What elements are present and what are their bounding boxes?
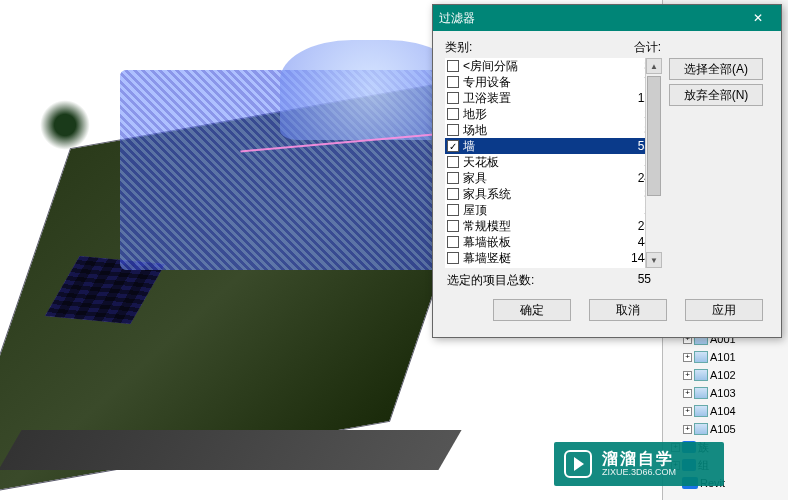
category-row[interactable]: 卫浴装置12 <box>445 90 661 106</box>
checkbox[interactable] <box>447 108 459 120</box>
expander-icon[interactable]: + <box>683 353 692 362</box>
checkbox[interactable] <box>447 60 459 72</box>
category-label: 幕墙网格 <box>463 266 623 269</box>
checkbox[interactable] <box>447 188 459 200</box>
sheet-label: A102 <box>710 369 736 381</box>
sheet-icon <box>694 369 708 381</box>
select-all-button[interactable]: 选择全部(A) <box>669 58 763 80</box>
checkbox[interactable] <box>447 156 459 168</box>
category-row[interactable]: 幕墙网格32 <box>445 266 661 268</box>
apply-button[interactable]: 应用 <box>685 299 763 321</box>
sheet-icon <box>694 405 708 417</box>
category-row[interactable]: 屋顶2 <box>445 202 661 218</box>
sheet-icon <box>694 387 708 399</box>
category-label: <房间分隔 <box>463 58 623 75</box>
category-row[interactable]: 常规模型25 <box>445 218 661 234</box>
category-row[interactable]: 幕墙嵌板44 <box>445 234 661 250</box>
category-label: 屋顶 <box>463 202 623 219</box>
ok-button[interactable]: 确定 <box>493 299 571 321</box>
close-icon: ✕ <box>753 11 763 25</box>
checkbox[interactable] <box>447 204 459 216</box>
category-label: 幕墙竖梃 <box>463 250 623 267</box>
expander-icon[interactable]: + <box>683 425 692 434</box>
sheet-icon <box>694 423 708 435</box>
checkbox[interactable] <box>447 92 459 104</box>
expander-icon[interactable]: + <box>683 407 692 416</box>
header-category: 类别: <box>445 39 472 56</box>
category-row[interactable]: 场地3 <box>445 122 661 138</box>
total-label: 选定的项目总数: <box>447 272 534 289</box>
category-row[interactable]: 地形2 <box>445 106 661 122</box>
category-row[interactable]: 专用设备7 <box>445 74 661 90</box>
checkbox[interactable]: ✓ <box>447 140 459 152</box>
expander-icon[interactable]: + <box>683 389 692 398</box>
header-total: 合计: <box>634 39 661 56</box>
category-label: 专用设备 <box>463 74 623 91</box>
scroll-up-icon[interactable]: ▲ <box>646 58 662 74</box>
category-list[interactable]: <房间分隔3专用设备7卫浴装置12地形2场地3✓墙55天花板2家具24家具系统3… <box>445 58 661 268</box>
category-row[interactable]: 家具24 <box>445 170 661 186</box>
checkbox[interactable] <box>447 220 459 232</box>
tree-row-sheet[interactable]: +A101 <box>665 348 786 366</box>
tree-icon <box>40 100 90 150</box>
sheet-icon <box>694 351 708 363</box>
dialog-titlebar[interactable]: 过滤器 ✕ <box>433 5 781 31</box>
checkbox[interactable] <box>447 236 459 248</box>
scroll-down-icon[interactable]: ▼ <box>646 252 662 268</box>
category-row[interactable]: 家具系统3 <box>445 186 661 202</box>
category-label: 常规模型 <box>463 218 623 235</box>
category-label: 墙 <box>463 138 623 155</box>
category-label: 卫浴装置 <box>463 90 623 107</box>
terrain-side <box>0 430 462 470</box>
category-label: 场地 <box>463 122 623 139</box>
watermark-title: 溜溜自学 <box>602 450 676 468</box>
expander-icon[interactable]: + <box>683 371 692 380</box>
tree-row-sheet[interactable]: +A104 <box>665 402 786 420</box>
checkbox[interactable] <box>447 172 459 184</box>
scroll-thumb[interactable] <box>647 76 661 196</box>
checkbox[interactable] <box>447 124 459 136</box>
category-row[interactable]: 天花板2 <box>445 154 661 170</box>
watermark: 溜溜自学 ZIXUE.3D66.COM <box>554 442 724 486</box>
deselect-all-button[interactable]: 放弃全部(N) <box>669 84 763 106</box>
category-label: 地形 <box>463 106 623 123</box>
total-value: 55 <box>638 272 651 289</box>
category-row[interactable]: ✓墙55 <box>445 138 661 154</box>
category-label: 家具系统 <box>463 186 623 203</box>
play-icon <box>564 450 592 478</box>
tree-row-sheet[interactable]: +A103 <box>665 384 786 402</box>
category-label: 家具 <box>463 170 623 187</box>
category-label: 幕墙嵌板 <box>463 234 623 251</box>
total-row: 选定的项目总数: 55 <box>445 268 661 295</box>
sheet-label: A105 <box>710 423 736 435</box>
watermark-url: ZIXUE.3D66.COM <box>602 468 676 478</box>
category-row[interactable]: <房间分隔3 <box>445 58 661 74</box>
checkbox[interactable] <box>447 76 459 88</box>
category-label: 天花板 <box>463 154 623 171</box>
checkbox[interactable] <box>447 252 459 264</box>
sheet-label: A104 <box>710 405 736 417</box>
close-button[interactable]: ✕ <box>741 9 775 27</box>
dialog-title: 过滤器 <box>439 10 475 27</box>
sheet-label: A103 <box>710 387 736 399</box>
sheet-label: A101 <box>710 351 736 363</box>
scrollbar[interactable]: ▲ ▼ <box>645 58 661 268</box>
tree-row-sheet[interactable]: +A105 <box>665 420 786 438</box>
category-row[interactable]: 幕墙竖梃144 <box>445 250 661 266</box>
filter-dialog: 过滤器 ✕ 类别: 合计: <房间分隔3专用设备7卫浴装置12地形2场地3✓墙5… <box>432 4 782 338</box>
cancel-button[interactable]: 取消 <box>589 299 667 321</box>
tree-row-sheet[interactable]: +A102 <box>665 366 786 384</box>
